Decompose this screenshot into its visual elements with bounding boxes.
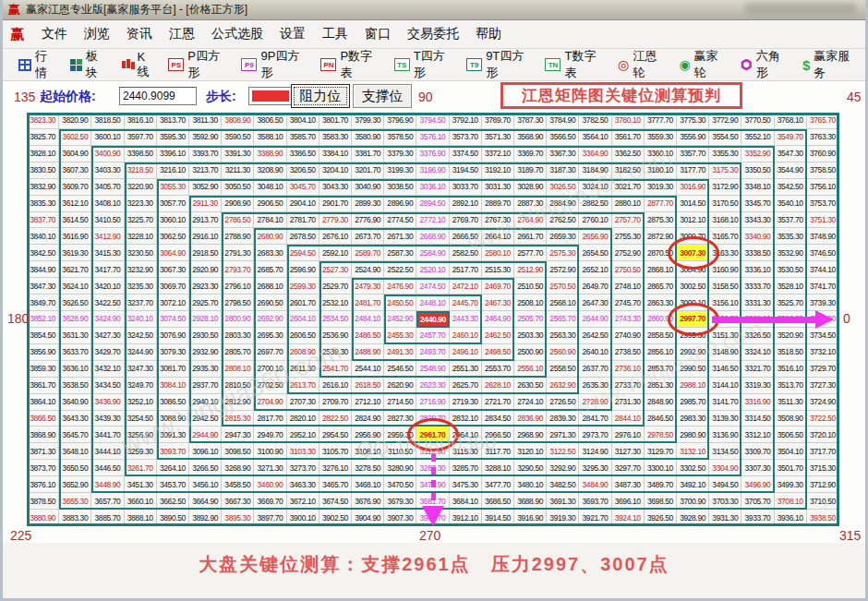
toolbar-button-T四方形[interactable]: TST四方形 (388, 45, 461, 84)
matrix-cell: 3528.10 (775, 278, 807, 294)
matrix-cell: 2493.70 (416, 344, 449, 361)
menu-item-窗口[interactable]: 窗口 (356, 22, 399, 46)
start-price-input[interactable] (119, 87, 197, 105)
matrix-cell: 3026.50 (547, 179, 579, 196)
matrix-cell: 3763.30 (807, 129, 839, 146)
matrix-cell: 3242.50 (125, 328, 157, 344)
matrix-cell: 2565.70 (547, 311, 579, 328)
matrix-cell: 3799.30 (352, 113, 384, 129)
matrix-cell: 3136.90 (709, 427, 741, 443)
matrix-cell: 3019.30 (645, 179, 677, 196)
blurred-region (745, 3, 856, 15)
banner-box: 江恩矩阵图关键位测算预判 (500, 82, 742, 109)
menu-item-公式选股[interactable]: 公式选股 (203, 22, 271, 46)
matrix-cell: 3837.70 (27, 212, 59, 229)
matrix-cell: 3832.90 (27, 179, 59, 196)
gann-price-square: 3823.303820.903818.503816.103813.703811.… (27, 113, 839, 526)
matrix-cell: 3096.10 (189, 443, 222, 460)
matrix-cell: 2856.10 (645, 344, 677, 361)
matrix-cell: 2642.50 (579, 328, 611, 344)
matrix-cell: 2884.90 (547, 196, 579, 212)
matrix-cell: 3652.90 (59, 476, 91, 493)
toolbar-button-K线[interactable]: K线 (115, 47, 163, 83)
menu-item-江恩[interactable]: 江恩 (161, 22, 203, 46)
table-icon (18, 59, 31, 71)
matrix-cell: 3604.90 (59, 146, 91, 162)
matrix-cell: 3379.30 (384, 146, 416, 162)
matrix-cell: 3336.10 (741, 261, 774, 278)
toolbar-button-六角形[interactable]: 六角形 (734, 45, 796, 84)
menu-item-浏览[interactable]: 浏览 (76, 22, 118, 46)
menu-item-工具[interactable]: 工具 (314, 22, 356, 46)
matrix-cell: 2911.30 (189, 196, 222, 212)
menu-item-设置[interactable]: 设置 (271, 22, 314, 46)
matrix-cell: 2529.70 (319, 278, 352, 294)
matrix-cell: 3259.30 (125, 443, 157, 460)
matrix-cell: 3792.10 (450, 113, 482, 129)
matrix-cell: 3124.90 (579, 443, 611, 460)
matrix-cell: 3278.50 (352, 460, 384, 476)
matrix-cell: 3441.70 (91, 427, 124, 443)
matrix-cell: 3724.90 (807, 394, 839, 411)
matrix-cell: 3343.30 (741, 212, 774, 229)
matrix-cell: 2937.70 (189, 378, 222, 394)
matrix-cell: 3453.70 (157, 476, 189, 493)
matrix-cell: 2522.50 (384, 261, 416, 278)
matrix-cell: 3921.70 (579, 510, 611, 526)
matrix-cell: 3564.10 (579, 129, 611, 146)
toolbar-button-P四方形[interactable]: PSP四方形 (162, 45, 235, 84)
matrix-cell: 3105.70 (319, 443, 352, 460)
matrix-cell: 2808.10 (222, 361, 254, 378)
matrix-cell: 3753.70 (807, 196, 839, 212)
angle-label-270: 270 (419, 528, 440, 543)
toolbar-button-行情[interactable]: 行情 (12, 45, 64, 84)
matrix-cell: 2769.70 (450, 212, 482, 229)
matrix-cell: 2654.50 (579, 245, 611, 261)
matrix-cell: 2904.10 (287, 196, 319, 212)
toolbar-button-江恩轮[interactable]: ◎江恩轮 (611, 45, 672, 84)
toolbar-button-T数字表[interactable]: TNT数字表 (538, 45, 611, 84)
matrix-cell: 2544.10 (352, 361, 384, 378)
matrix-cell: 2796.10 (222, 278, 254, 294)
matrix-cell: 2486.50 (352, 328, 384, 344)
toolbar-button-9P四方形[interactable]: P99P四方形 (235, 45, 314, 84)
matrix-cell: 2455.30 (384, 328, 416, 344)
matrix-cell: 3340.90 (741, 228, 774, 245)
matrix-cell: 3326.50 (741, 328, 774, 344)
pn-badge-icon: PN (320, 58, 336, 71)
matrix-cell: 3074.50 (157, 311, 189, 328)
matrix-cell: 3856.90 (27, 344, 59, 361)
resistance-button[interactable]: 阻力位 (291, 84, 350, 108)
menu-item-文件[interactable]: 文件 (33, 22, 76, 46)
matrix-cell: 2892.10 (450, 196, 482, 212)
matrix-cell: 2508.10 (514, 294, 547, 311)
toolbar-button-P数字表[interactable]: PNP数字表 (314, 45, 387, 84)
matrix-cell: 3348.10 (741, 179, 774, 196)
matrix-cell: 2608.90 (287, 344, 319, 361)
toolbar-button-赢家轮[interactable]: ◉赢家轮 (672, 45, 733, 84)
matrix-cell: 3784.90 (547, 113, 579, 129)
menu-item-交易委托[interactable]: 交易委托 (399, 22, 467, 46)
menu-item-帮助[interactable]: 帮助 (467, 22, 510, 46)
matrix-cell: 3220.90 (125, 179, 157, 196)
matrix-cell: 3300.10 (645, 460, 677, 476)
menu-item-资讯[interactable]: 资讯 (118, 22, 161, 46)
matrix-cell: 3134.50 (709, 443, 741, 460)
matrix-cell: 3012.10 (677, 212, 709, 229)
matrix-cell: 2870.50 (645, 245, 677, 261)
matrix-cell: 3684.10 (450, 493, 482, 510)
matrix-cell: 3554.50 (709, 129, 741, 146)
support-button[interactable]: 支撑位 (353, 84, 412, 108)
matrix-cell: 3232.90 (125, 261, 157, 278)
matrix-cell: 2772.10 (416, 212, 449, 229)
matrix-cell: 2952.10 (287, 427, 319, 443)
matrix-cell: 3871.30 (27, 443, 59, 460)
matrix-cell: 3139.30 (709, 411, 741, 427)
matrix-cell: 3444.10 (91, 443, 124, 460)
toolbar-button-赢家服务[interactable]: $赢家服务 (796, 45, 865, 84)
matrix-cell: 2580.10 (482, 245, 514, 261)
toolbar-button-9T四方形[interactable]: T99T四方形 (460, 45, 538, 84)
matrix-cell: 2666.50 (450, 228, 482, 245)
matrix-cell: 3650.50 (59, 460, 91, 476)
toolbar-button-板块[interactable]: 板块 (64, 45, 115, 84)
